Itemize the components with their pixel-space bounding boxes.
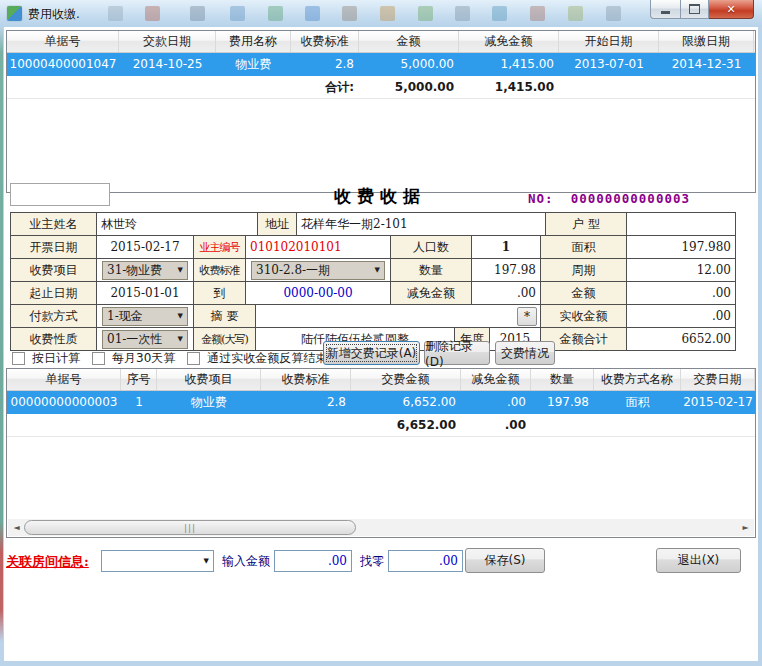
ghost-toolbar-icon [305,6,320,21]
table-row-selected[interactable]: 10000400001047 2014-10-25 物业费 2.8 5,000.… [7,53,755,76]
cell [594,414,681,436]
receipt-title: 收费收据 [255,185,505,208]
column-header: 单据号 [7,369,121,390]
scrollbar-thumb[interactable]: ||| [24,520,356,535]
fee-item-label: 收费项目 [11,259,97,281]
save-button[interactable]: 保存(S) [465,548,545,573]
calculation-options: 按日计算 每月30天算 通过实收金额反算结束日期 [12,350,359,367]
column-header: 开始日期 [559,31,659,52]
nature-value: 01-一次性 [107,331,162,348]
population-value: 1 [472,236,541,258]
cell: 物业费 [157,391,261,413]
column-header: 费用名称 [216,31,291,52]
date-from-value[interactable]: 2015-01-01 [97,282,194,304]
checkbox-back-calc-end-date[interactable] [187,352,200,365]
checkbox-30day-month[interactable] [92,352,105,365]
fee-std-dropdown[interactable]: 310-2.8-一期▼ [251,261,385,280]
nature-cell: 01-一次性▼ [97,328,194,350]
cell [119,76,216,98]
cell [531,414,594,436]
cell: 面积 [594,391,681,413]
to-label: 到 [194,282,246,304]
input-amount-field[interactable] [274,550,352,572]
total-label: 合计: [291,76,359,98]
amount-words-label: 金额(大写) [194,328,256,350]
period-value: 12.00 [627,259,735,281]
ghost-toolbar-icon [606,6,621,21]
checkbox-label: 每月30天算 [112,350,175,367]
nature-dropdown[interactable]: 01-一次性▼ [102,330,188,349]
app-icon [7,6,22,21]
cell: 2013-07-01 [559,53,659,75]
ghost-toolbar-icon [108,6,123,21]
column-header: 序号 [121,369,157,390]
payment-records-header-row: 单据号 序号 收费项目 收费标准 交费金额 减免金额 数量 收费方式名称 交费日… [7,369,755,391]
minimize-button[interactable] [650,0,680,19]
close-button[interactable]: ✕ [709,0,754,19]
scroll-left-arrow[interactable]: ◄ [8,519,25,536]
cell [681,414,755,436]
cell: 5,000.00 [359,53,459,75]
form-row: 开票日期 2015-02-17 业主编号 010102010101 人口数 1 … [11,236,735,259]
cell: 2.8 [291,53,359,75]
cell [261,414,351,436]
table-row-selected[interactable]: 00000000000003 1 物业费 2.8 6,652.00 .00 19… [7,391,755,414]
cell [659,76,754,98]
chevron-down-icon: ▼ [178,312,183,320]
chevron-down-icon: ▼ [178,335,183,343]
left-frame-edge [0,27,3,661]
grip-icon: ||| [184,523,196,533]
input-amount-label: 输入金额 [222,553,270,570]
checkbox-daily-calc[interactable] [12,352,25,365]
fee-std-value: 310-2.8-一期 [256,262,330,279]
owner-no-value: 010102010101 [246,236,391,258]
change-field[interactable] [388,550,463,572]
cell: 2014-10-25 [119,53,216,75]
ghost-toolbar-icon [190,6,205,21]
received-value: .00 [627,305,735,327]
fee-item-dropdown[interactable]: 31-物业费▼ [102,261,188,280]
maximize-button[interactable] [680,0,709,19]
receipt-no-label: NO: [528,191,554,206]
cell: 10000400001047 [7,53,119,75]
add-payment-record-button[interactable]: 新增交费记录(A) [323,341,420,365]
column-header: 交费金额 [351,369,461,390]
horizontal-scrollbar[interactable]: ◄ ||| ► [8,519,754,536]
ghost-toolbar-icon [418,6,433,21]
column-header: 收费标准 [291,31,359,52]
total-discount: 1,415.00 [459,76,559,98]
room-info-dropdown[interactable]: ▼ [101,550,214,572]
total-amount: 6,652.00 [351,414,461,436]
payment-dropdown[interactable]: 1-现金▼ [102,307,188,326]
summary-lookup-button[interactable]: * [517,307,537,326]
payment-records-grid: 单据号 序号 收费项目 收费标准 交费金额 减免金额 数量 收费方式名称 交费日… [6,368,756,538]
amount-total-value: 6652.00 [627,328,735,350]
total-discount: .00 [461,414,531,436]
minimize-icon [661,11,670,14]
form-row: 起止日期 2015-01-01 到 0000-00-00 减免金额 .00 金额… [11,282,735,305]
pending-bills-grid: 单据号 交款日期 费用名称 收费标准 金额 减免金额 开始日期 限缴日期 100… [6,30,756,193]
ghost-toolbar-icon [268,6,283,21]
form-row: 付款方式 1-现金▼ 摘 要 * 实收金额 .00 [11,305,735,328]
ghost-toolbar-icon [230,6,245,21]
change-label: 找零 [360,553,384,570]
period-label: 周期 [541,259,627,281]
ghost-toolbar-icon [380,6,395,21]
receipt-search-input[interactable] [10,183,110,206]
ghost-toolbar-icon [492,6,507,21]
delete-record-button[interactable]: 删除记录(D) [424,341,490,365]
scroll-right-arrow[interactable]: ► [737,519,754,536]
owner-no-label: 业主编号 [194,236,246,258]
column-header: 收费项目 [157,369,261,390]
payment-value: 1-现金 [107,308,143,325]
payment-status-button[interactable]: 交费情况 [495,341,555,365]
population-label: 人口数 [391,236,472,258]
total-amount: 5,000.00 [359,76,459,98]
table-total-row: 合计: 5,000.00 1,415.00 [7,76,755,99]
exit-button[interactable]: 退出(X) [656,548,741,573]
payment-label: 付款方式 [11,305,97,327]
ghost-toolbar-icon [342,6,357,21]
date-to-value[interactable]: 0000-00-00 [246,282,391,304]
column-header: 金额 [359,31,459,52]
receipt-form: 业主姓名 林世玲 地址 花样年华一期2-101 户 型 开票日期 2015-02… [10,212,736,351]
